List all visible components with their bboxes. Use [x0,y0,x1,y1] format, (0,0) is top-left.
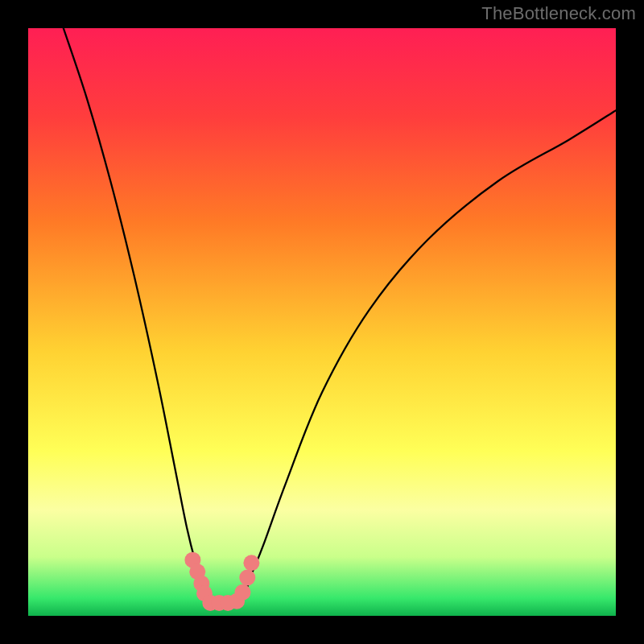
bottleneck-chart [0,0,644,644]
highlight-point [243,555,259,571]
highlight-point [239,570,255,586]
chart-frame: TheBottleneck.com [0,0,644,644]
watermark-text: TheBottleneck.com [481,3,636,24]
highlight-point [234,584,250,601]
plot-background [28,28,616,616]
